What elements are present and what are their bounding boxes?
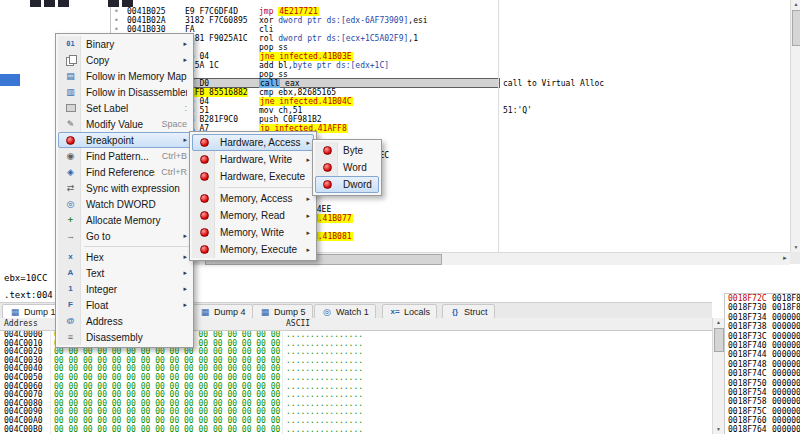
menu-item-memory-execute[interactable]: Memory, Execute▸ <box>192 241 314 258</box>
menu-item-label: Integer <box>86 284 179 295</box>
menu-item-label: Word <box>343 162 375 173</box>
disasm-row[interactable]: •0041B02A3182 F7C60895xor dword ptr ds:[… <box>111 16 791 25</box>
menu-item-memory-access[interactable]: Memory, Access▸ <box>192 190 314 207</box>
breakpoint-icon <box>322 145 334 157</box>
address-icon: @ <box>65 315 77 327</box>
vertical-scroll-thumb[interactable] <box>792 10 800 46</box>
menu-item-memory-write[interactable]: Memory, Write▸ <box>192 224 314 241</box>
menu-item-label: Hardware, Write <box>220 154 302 165</box>
stack-row[interactable]: 0018F738000000 <box>725 322 800 331</box>
menu-item-disassembly[interactable]: ≡Disassembly <box>58 329 191 345</box>
locals-icon: x= <box>389 306 401 318</box>
stack-row[interactable]: 0018F754000000 <box>725 388 800 397</box>
menu-item-go-to[interactable]: →Go to▸ <box>58 228 191 244</box>
menu-item-set-label[interactable]: Set Label: <box>58 100 191 116</box>
tab-watch-1[interactable]: ◎Watch 1 <box>314 304 376 319</box>
stack-row[interactable]: 0018F758000000 <box>725 397 800 406</box>
stack-row[interactable]: 0018F72C0018F8 <box>725 294 800 303</box>
dump-row-ascii: ................ <box>286 426 363 434</box>
menu-item-modify-value[interactable]: ✎Modify ValueSpace <box>58 116 191 132</box>
submenu-arrow-icon: ▸ <box>183 301 187 309</box>
stack-row[interactable]: 0018F744000000 <box>725 350 800 359</box>
stack-pane[interactable]: 0018F72C0018F80018F7300018F80018F7340000… <box>724 293 800 434</box>
menu-item-float[interactable]: FFloat▸ <box>58 297 191 313</box>
stack-row-address: 0018F744 <box>728 350 767 359</box>
toolbar-icon-fragment <box>58 0 69 7</box>
stack-row[interactable]: 0018F73C000000 <box>725 332 800 341</box>
menu-item-hardware-execute[interactable]: Hardware, Execute <box>192 168 314 185</box>
stack-row[interactable]: 0018F748000000 <box>725 360 800 369</box>
breakpoint-gutter-dot-icon[interactable]: • <box>114 7 119 16</box>
menu-item-find-pattern[interactable]: ◉Find Pattern...Ctrl+B <box>58 148 191 164</box>
disasm-row[interactable]: •0041B025E9 F7C6DF4Djmp 4E217721 <box>111 7 791 16</box>
stack-row[interactable]: 0018F764000000 <box>725 425 800 434</box>
menu-item-word[interactable]: Word <box>315 159 379 176</box>
disasm-row[interactable]: •0041B03875 04jne infected.41B03E <box>111 52 791 61</box>
tab-dump-4[interactable]: ▦Dump 4 <box>192 304 253 319</box>
scroll-right-arrow-icon[interactable]: ► <box>782 255 788 261</box>
disasm-row[interactable]: •0041B030FAcli <box>111 25 791 34</box>
tab-struct[interactable]: {}Struct <box>442 304 495 319</box>
menu-item-follow-in-memory-map[interactable]: ▤Follow in Memory Map <box>58 68 191 84</box>
menu-item-hardware-write[interactable]: Hardware, Write▸ <box>192 151 314 168</box>
tab-dump-1[interactable]: ▦Dump 1 <box>2 304 63 319</box>
disassembly-vertical-scrollbar[interactable]: ▲ ▼ <box>790 0 800 252</box>
menu-item-find-references[interactable]: ◈Find ReferencesCtrl+R <box>58 164 191 180</box>
stack-row[interactable]: 0018F75C000000 <box>725 407 800 416</box>
stack-row[interactable]: 0018F7300018F8 <box>725 303 800 312</box>
disasm-row[interactable]: •0041B04675 04jne infected.41B04C <box>111 97 791 106</box>
submenu-arrow-icon: ▸ <box>183 232 187 240</box>
menu-item-binary[interactable]: 01Binary▸ <box>58 36 191 52</box>
menu-item-label: Memory, Access <box>220 193 302 204</box>
instruction-text: pop ss <box>259 43 288 52</box>
dump-icon: ▦ <box>259 306 271 318</box>
stack-row[interactable]: 0018F740000000 <box>725 341 800 350</box>
dump-vertical-scrollbar[interactable]: ▲ ▼ <box>712 318 724 434</box>
stack-row[interactable]: 0018F74C000000 <box>725 369 800 378</box>
stack-row-address: 0018F760 <box>728 416 767 425</box>
menu-item-copy[interactable]: Copy▸ <box>58 52 191 68</box>
menu-item-hex[interactable]: xHex▸ <box>58 249 191 265</box>
menu-item-memory-read[interactable]: Memory, Read▸ <box>192 207 314 224</box>
tab-label: Locals <box>404 307 430 317</box>
disasm-row[interactable]: •0041B0310181 F9025A1Crol dword ptr ds:[… <box>111 34 791 43</box>
stack-row[interactable]: 0018F750000000 <box>725 379 800 388</box>
instruction-bytes: 81FB 85516882 <box>185 88 248 97</box>
scroll-up-arrow-icon[interactable]: ▲ <box>791 0 800 9</box>
menu-item-sync-with-expression[interactable]: ⇄Sync with expression <box>58 180 191 196</box>
menu-item-label: Allocate Memory <box>86 215 187 226</box>
dump-row[interactable]: 004C00B000 00 00 00 00 00 00 00 00 00 00… <box>0 426 712 434</box>
menu-item-integer[interactable]: 1Integer▸ <box>58 281 191 297</box>
dump-scroll-thumb[interactable] <box>714 328 724 352</box>
menu-item-address[interactable]: @Address <box>58 313 191 329</box>
find-icon: ◉ <box>65 150 77 162</box>
menu-item-label: Hardware, Access <box>220 137 302 148</box>
menu-item-hardware-access[interactable]: Hardware, Access▸ <box>192 134 314 151</box>
menu-item-watch-dword[interactable]: ◎Watch DWORD <box>58 196 191 212</box>
menu-item-dword[interactable]: Dword <box>315 176 379 193</box>
disasm-row[interactable]: •0041B04A68 B281F9C0push C0F981B2 <box>111 115 791 124</box>
menu-item-byte[interactable]: Byte <box>315 142 379 159</box>
tab-locals[interactable]: x=Locals <box>382 304 437 319</box>
menu-item-allocate-memory[interactable]: +Allocate Memory <box>58 212 191 228</box>
breakpoint-gutter-dot-icon[interactable]: • <box>114 16 119 25</box>
menu-item-breakpoint[interactable]: Breakpoint▸ <box>58 132 191 148</box>
menu-item-text[interactable]: AText▸ <box>58 265 191 281</box>
disasm-row[interactable]: •0041B048B5 51mov ch,5151:'Q' <box>111 106 791 115</box>
tab-dump-5[interactable]: ▦Dump 5 <box>252 304 313 319</box>
stack-row[interactable]: 0018F760000000 <box>725 416 800 425</box>
disasm-row[interactable]: •0041B04081FB 85516882cmp ebx,82685165 <box>111 88 791 97</box>
submenu-arrow-icon: ▸ <box>183 136 187 144</box>
disasm-row[interactable]: •0041B03717pop ss <box>111 43 791 52</box>
menu-item-follow-in-disassembler[interactable]: ▥Follow in Disassembler <box>58 84 191 100</box>
scroll-down-arrow-icon[interactable]: ▼ <box>713 425 724 434</box>
scroll-down-arrow-icon[interactable]: ▼ <box>791 243 800 252</box>
sync-icon: ⇄ <box>65 182 77 194</box>
stack-row[interactable]: 0018F734000000 <box>725 313 800 322</box>
stack-row-value: 000000 <box>772 350 800 359</box>
disasm-row[interactable]: •0041B03EFF D0call eaxcall to Virtual Al… <box>111 79 791 88</box>
disasm-row[interactable]: •0041B03A025A 1Cadd bl,byte ptr ds:[edx+… <box>111 61 791 70</box>
menu-item-label: Dword <box>343 179 375 190</box>
scroll-up-arrow-icon[interactable]: ▲ <box>713 318 724 327</box>
submenu-arrow-icon: ▸ <box>183 40 187 48</box>
